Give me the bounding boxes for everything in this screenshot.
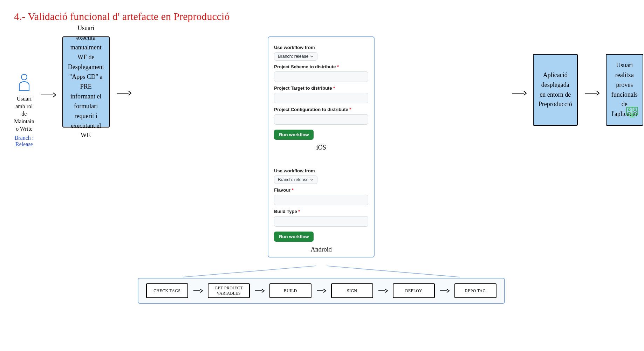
branch-select-text: Branch: release [278,177,309,182]
step-box-text: Aplicació desplegada en entorn de Prepro… [539,70,572,110]
configuration-input[interactable] [274,114,368,125]
run-workflow-button[interactable]: Run workflow [274,232,314,242]
scheme-input[interactable] [274,71,368,82]
branch-select[interactable]: Branch: release [274,176,317,184]
field-label: Project Scheme to distribute * [274,64,368,69]
user-branch: Branch : Release [14,135,34,147]
workflow-from-label: Use workflow from [274,45,368,50]
flavour-input[interactable] [274,195,368,205]
svg-point-0 [21,74,27,80]
video-meeting-icon [625,106,639,122]
flow-row: Usuari amb rol de Maintain o Write Branc… [14,36,630,304]
arrow-icon [116,89,131,97]
arrow-icon [378,288,388,294]
run-workflow-button[interactable]: Run workflow [274,130,314,140]
step-box-execute-wf: Usuari executa manualment WF de Desplega… [62,36,110,128]
user-icon [17,73,31,93]
arrow-icon [41,91,56,99]
target-input[interactable] [274,93,368,103]
workflow-from-label: Use workflow from [274,168,368,173]
caret-down-icon [310,55,314,58]
arrow-icon [255,288,265,294]
arrow-icon [511,89,527,97]
user-actor: Usuari amb rol de Maintain o Write Branc… [14,73,34,147]
arrow-icon [193,288,203,294]
pipeline-step-check-tags: CHECK TAGS [146,283,188,298]
pipeline-expansion: CHECK TAGS GET PROJECT VARIABLES BUILD S… [138,265,505,304]
forms-column: Use workflow from Branch: release Projec… [138,36,505,304]
step-box-deployed: Aplicació desplegada en entorn de Prepro… [533,54,578,126]
buildtype-input[interactable] [274,216,368,227]
step-box-functional-tests: Usuari realitza proves funcionals de l'a… [606,54,643,126]
pipeline-step-repo-tag: REPO TAG [454,283,496,298]
pipeline-step-build: BUILD [269,283,311,298]
forms-panel: Use workflow from Branch: release Projec… [268,36,375,257]
pipeline-step-deploy: DEPLOY [393,283,435,298]
field-label: Project Configuration to distribute * [274,107,368,112]
user-role-line1: Usuari amb rol de [14,95,34,118]
expansion-connector-icon [178,265,465,278]
page-title: 4.- Validació funcional d' artefacte en … [14,11,630,22]
platform-label-ios: iOS [274,144,368,151]
user-role-line2: Maintain o Write [14,118,34,133]
field-label: Build Type * [274,209,368,214]
branch-select-text: Branch: release [278,54,309,59]
field-label: Flavour * [274,187,368,193]
step-box-text: Usuari executa manualment WF de Desplega… [68,23,104,141]
platform-label-android: Android [274,246,368,253]
arrow-icon [440,288,450,294]
arrow-icon [584,89,600,97]
pipeline-step-sign: SIGN [331,283,373,298]
branch-select[interactable]: Branch: release [274,52,317,61]
arrow-icon [316,288,326,294]
pipeline-panel: CHECK TAGS GET PROJECT VARIABLES BUILD S… [138,278,505,304]
pipeline-step-get-vars: GET PROJECT VARIABLES [208,283,250,298]
svg-point-13 [634,109,636,111]
svg-point-12 [628,109,630,111]
field-label: Project Target to distribute * [274,85,368,91]
caret-down-icon [310,178,314,181]
